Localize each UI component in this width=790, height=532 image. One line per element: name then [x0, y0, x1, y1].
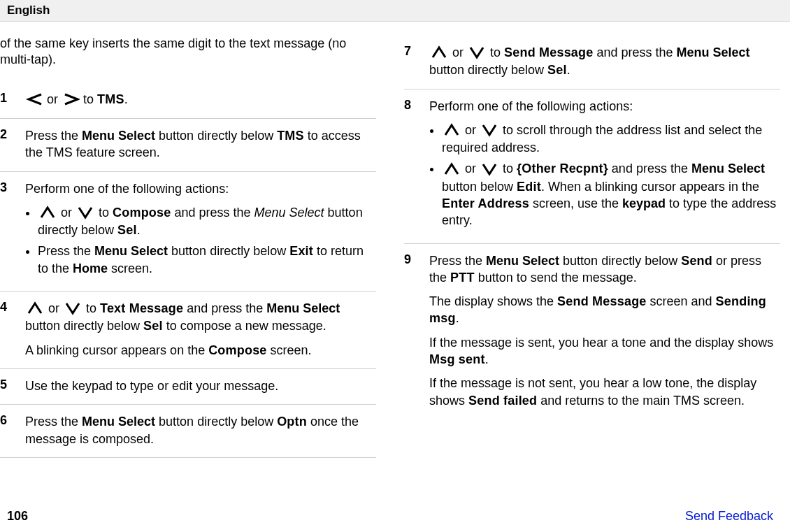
- text: .: [485, 352, 489, 366]
- sel-label: Sel: [117, 223, 137, 237]
- chevron-up-icon: [429, 44, 449, 61]
- step-2: 2 Press the Menu Select button directly …: [0, 118, 376, 171]
- step-1: 1 or to TMS.: [0, 82, 376, 118]
- list-item: or to Compose and press the Menu Select …: [38, 204, 376, 239]
- or-label: or: [461, 161, 480, 175]
- keypad-label: keypad: [622, 196, 666, 210]
- step-number: 7: [404, 44, 418, 79]
- header-language: English: [7, 3, 50, 17]
- left-column: of the same key inserts the same digit t…: [0, 36, 376, 458]
- chevron-down-icon: [480, 122, 499, 138]
- ptt-label: PTT: [450, 271, 475, 285]
- or-label: or: [449, 45, 467, 59]
- step-content: Press the Menu Select button directly be…: [429, 252, 780, 409]
- menu-select-label: Menu Select: [677, 45, 750, 59]
- send-feedback-link[interactable]: Send Feedback: [685, 509, 773, 524]
- chevron-left-icon: [25, 91, 43, 108]
- text: Press the: [38, 244, 94, 258]
- footer: 106 Send Feedback: [0, 509, 790, 524]
- text: . When a blinking cursor appears in the: [541, 180, 759, 194]
- to-label: to: [487, 45, 504, 59]
- step-7: 7 or to Send Message and press the Menu …: [404, 36, 780, 89]
- text: screen.: [108, 261, 152, 275]
- chevron-right-icon: [62, 91, 80, 108]
- step3-intro: Perform one of the following actions:: [25, 180, 376, 197]
- edit-label: Edit: [517, 180, 541, 194]
- text-message-label: Text Message: [100, 301, 183, 315]
- sel-label: Sel: [547, 63, 567, 77]
- text: and returns to the main TMS screen.: [537, 394, 745, 408]
- step-content: Perform one of the following actions: or…: [25, 180, 376, 281]
- text: Press the: [25, 129, 82, 143]
- page-body: of the same key inserts the same digit t…: [0, 22, 790, 458]
- list-item: or to scroll through the address list an…: [442, 122, 780, 157]
- menu-select-label: Menu Select: [266, 301, 340, 315]
- chevron-up-icon: [25, 300, 45, 317]
- text: If the message is sent, you hear a tone …: [429, 336, 773, 350]
- to-label: to: [80, 92, 97, 106]
- tms-label: TMS: [277, 129, 304, 143]
- menu-select-label: Menu Select: [691, 161, 765, 175]
- optn-label: Optn: [277, 415, 307, 429]
- header-bar: English: [0, 0, 790, 22]
- step-content: or to TMS.: [25, 91, 376, 108]
- tms-label: TMS: [97, 92, 124, 106]
- chevron-up-icon: [442, 161, 461, 178]
- step-4: 4 or to Text Message and press the Menu …: [0, 291, 376, 368]
- chevron-down-icon: [63, 300, 82, 317]
- right-column: 7 or to Send Message and press the Menu …: [404, 36, 780, 458]
- step-content: or to Send Message and press the Menu Se…: [429, 44, 780, 79]
- step-5: 5 Use the keypad to type or edit your me…: [0, 368, 376, 404]
- step-number: 8: [404, 98, 418, 233]
- text: button directly below: [559, 254, 681, 268]
- menu-select-label: Menu Select: [82, 415, 155, 429]
- step-content: Perform one of the following actions: or…: [429, 98, 780, 233]
- step-number: 5: [0, 378, 14, 394]
- page-number: 106: [7, 509, 28, 524]
- step-number: 6: [0, 413, 14, 447]
- text: Press the: [25, 415, 82, 429]
- step3-list: or to Compose and press the Menu Select …: [25, 204, 376, 277]
- step5-text: Use the keypad to type or edit your mess…: [25, 378, 376, 394]
- step-8: 8 Perform one of the following actions: …: [404, 89, 780, 244]
- to-label: to: [95, 206, 113, 220]
- send-label: Send: [681, 254, 712, 268]
- or-label: or: [57, 206, 76, 220]
- text: screen, use the: [529, 196, 622, 210]
- step-number: 1: [0, 91, 14, 108]
- or-label: or: [461, 123, 480, 137]
- step-number: 4: [0, 300, 14, 359]
- step-number: 9: [404, 252, 418, 409]
- msg-sent-label: Msg sent: [429, 352, 485, 366]
- menu-select-label: Menu Select: [82, 129, 155, 143]
- text: The display shows the: [429, 294, 557, 308]
- enter-address-label: Enter Address: [442, 196, 529, 210]
- or-label: or: [43, 92, 62, 106]
- text: button directly below: [168, 244, 289, 258]
- to-label: to: [499, 161, 517, 175]
- sel-label: Sel: [143, 319, 163, 333]
- menu-select-label: Menu Select: [94, 244, 168, 258]
- step-content: or to Text Message and press the Menu Se…: [25, 300, 376, 359]
- text: screen.: [267, 343, 312, 357]
- list-item: or to {Other Recpnt} and press the Menu …: [442, 160, 780, 229]
- chevron-down-icon: [76, 204, 95, 221]
- text: button directly below: [155, 415, 277, 429]
- list-item: Press the Menu Select button directly be…: [38, 243, 376, 277]
- text: A blinking cursor appears on the: [25, 343, 208, 357]
- step-3: 3 Perform one of the following actions: …: [0, 171, 376, 291]
- step-content: Press the Menu Select button directly be…: [25, 127, 376, 161]
- step-number: 2: [0, 127, 14, 161]
- send-message-label: Send Message: [504, 45, 593, 59]
- menu-select-label: Menu Select: [486, 254, 559, 268]
- send-failed-label: Send failed: [468, 394, 537, 408]
- text: .: [456, 311, 459, 325]
- text: to compose a new message.: [163, 319, 326, 333]
- step-9: 9 Press the Menu Select button directly …: [404, 244, 780, 419]
- step8-intro: Perform one of the following actions:: [429, 98, 780, 115]
- step-number: 3: [0, 180, 14, 281]
- or-label: or: [45, 301, 63, 315]
- exit-label: Exit: [289, 244, 313, 258]
- step-6: 6 Press the Menu Select button directly …: [0, 404, 376, 458]
- step-content: Press the Menu Select button directly be…: [25, 413, 376, 447]
